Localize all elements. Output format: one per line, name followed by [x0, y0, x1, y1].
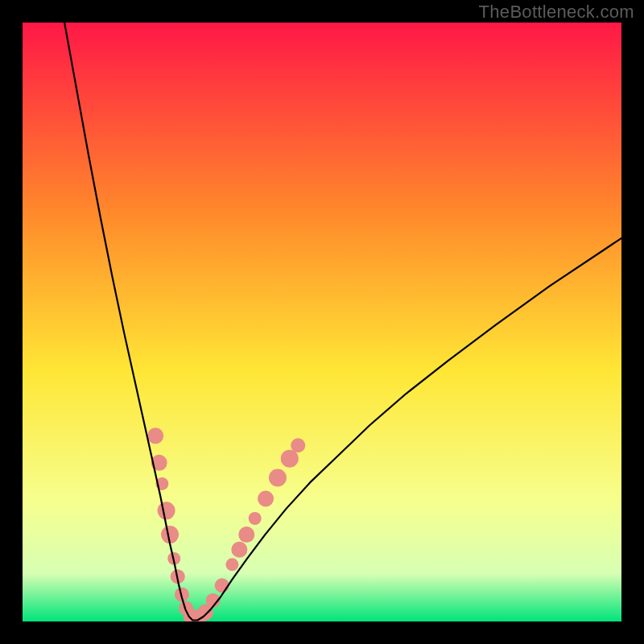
watermark-text: TheBottleneck.com [479, 2, 634, 23]
marker-point [225, 558, 238, 571]
chart-svg [23, 23, 621, 621]
marker-point [291, 438, 305, 452]
marker-point [258, 490, 274, 506]
marker-point [269, 469, 287, 486]
marker-point [249, 512, 262, 525]
marker-point [147, 427, 163, 444]
gradient-background [23, 23, 621, 621]
chart-frame: TheBottleneck.com [0, 0, 644, 644]
plot-area [23, 23, 621, 621]
marker-point [281, 450, 299, 468]
marker-point [238, 526, 254, 543]
marker-point [158, 502, 175, 519]
marker-point [231, 542, 247, 558]
marker-point [215, 578, 229, 592]
